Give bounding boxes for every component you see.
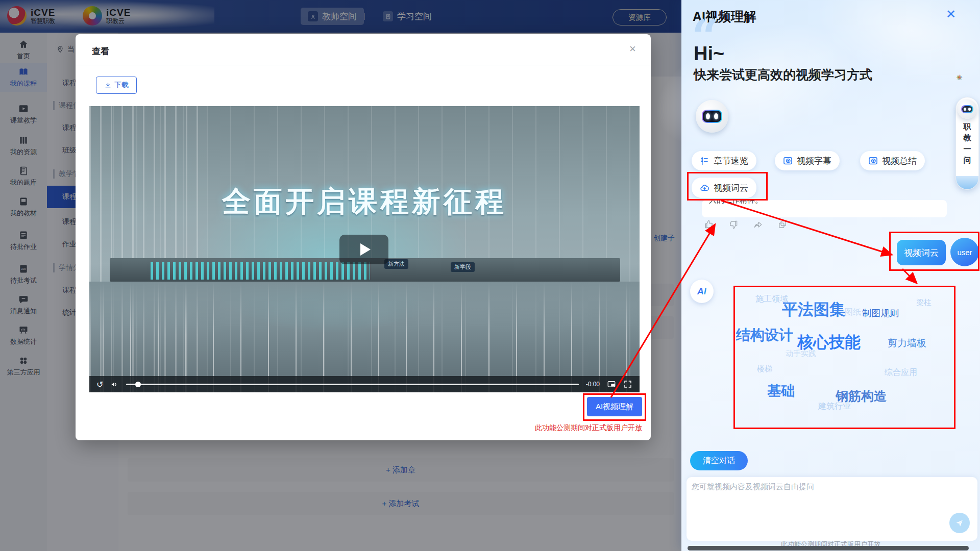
thumbs-down-icon[interactable] [728, 219, 739, 230]
download-icon [104, 82, 112, 89]
zhijiao-yiwen-widget[interactable]: 职 教 一 问 [955, 97, 979, 190]
progress-handle[interactable] [135, 382, 141, 387]
assistant-message-clipped: 入的工作精神。 [702, 200, 947, 217]
chip-chapter-overview[interactable]: 章节速览 [692, 151, 756, 170]
chip-label: 视频总结 [882, 155, 917, 167]
modal-close-icon[interactable]: × [629, 42, 636, 56]
ai-avatar-mark: AI [697, 286, 706, 297]
assistant-message-text: 入的工作精神。 [702, 200, 947, 205]
download-button[interactable]: 下载 [96, 77, 137, 94]
annotation-box-user-message [889, 232, 979, 271]
widget-robot-visor [961, 105, 973, 113]
message-actions [704, 219, 788, 230]
app-root: iCVE 智慧职教 iCVE 职教云 教师空间 | 学习空间 资源库 [0, 0, 980, 551]
volume-icon[interactable] [110, 380, 119, 389]
replay-icon[interactable]: ↺ [96, 380, 103, 389]
widget-char: 职 [964, 122, 971, 132]
chat-input[interactable] [691, 481, 933, 537]
download-label: 下载 [114, 81, 129, 90]
beta-note: 此功能公测期间对正式版用户开放 [528, 423, 642, 433]
play-button[interactable] [339, 235, 388, 264]
robot-eye [706, 113, 710, 120]
chat-input-card [687, 477, 977, 541]
clear-chat-button[interactable]: 清空对话 [690, 451, 748, 470]
video-equalizer-bars [151, 262, 370, 280]
panel-close-icon[interactable]: ✕ [946, 7, 956, 21]
video-subtitle-icon [783, 156, 793, 166]
widget-char: 一 [964, 144, 971, 154]
modal-title: 查看 [92, 45, 109, 57]
greeting-text: Hi~ [694, 43, 724, 65]
widget-char: 问 [964, 156, 971, 165]
widget-robot-eye [964, 108, 966, 111]
chip-label: 章节速览 [714, 155, 748, 167]
video-title-text: 全面开启课程新征程 [89, 183, 640, 221]
horizontal-scrollbar-thumb[interactable] [688, 546, 969, 550]
fullscreen-icon[interactable] [623, 380, 632, 389]
chip-video-subtitles[interactable]: 视频字幕 [775, 151, 840, 170]
widget-label: 职 教 一 问 [964, 122, 971, 165]
widget-robot-eye [968, 108, 970, 111]
pip-icon[interactable] [607, 380, 616, 389]
send-icon [955, 518, 964, 528]
video-controls: ↺ -0:00 [89, 376, 640, 392]
modal-divider [76, 65, 651, 65]
video-player[interactable]: 全面开启课程新征程 新方法 新学段 ↺ -0:00 [89, 106, 640, 392]
greeting-subtitle: 快来尝试更高效的视频学习方式 [694, 66, 872, 83]
video-tag: 新学段 [451, 262, 475, 272]
annotation-box-wordcloud-chip [687, 172, 768, 201]
annotation-box-wordcloud [733, 286, 955, 429]
video-time: -0:00 [586, 381, 600, 388]
view-modal: 查看 × 下载 全面开启课程新征程 新方法 新学段 ↺ -0:00 [76, 34, 651, 440]
zhijiao-mini-logo-icon: ✳ [957, 73, 965, 82]
robot-avatar [696, 100, 728, 133]
chip-video-summary[interactable]: 视频总结 [860, 151, 925, 170]
copy-icon[interactable] [777, 219, 788, 230]
robot-visor [702, 110, 723, 123]
widget-robot-icon [958, 99, 977, 119]
video-summary-icon [868, 156, 878, 166]
play-icon [360, 243, 371, 256]
ai-avatar: AI [690, 280, 714, 303]
thumbs-up-icon[interactable] [704, 219, 714, 230]
robot-eye [714, 113, 718, 120]
progress-bar[interactable] [126, 384, 578, 385]
ai-video-panel: AI视频理解 ✕ “ Hi~ 快来尝试更高效的视频学习方式 章节速览 视频字幕 … [681, 0, 980, 551]
chip-label: 视频字幕 [797, 155, 831, 167]
annotation-box-ai-button [583, 393, 646, 421]
chapter-list-icon [700, 156, 709, 166]
share-icon[interactable] [753, 219, 763, 230]
widget-char: 教 [964, 133, 971, 143]
send-button[interactable] [949, 513, 970, 533]
